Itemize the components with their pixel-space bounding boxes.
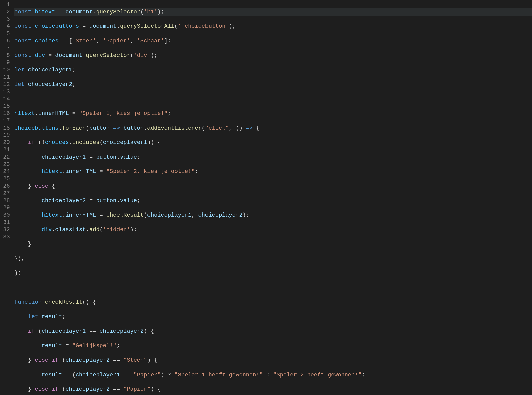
line-number: 29 [3,204,10,211]
line-number: 2 [3,8,10,16]
line-number: 15 [3,103,10,110]
line-number: 4 [3,23,10,30]
line-number: 8 [3,52,10,59]
code-line[interactable]: h1text.innerHTML = checkResult(choicepla… [14,211,532,219]
code-line[interactable]: choicebuttons.forEach(button => button.a… [14,125,532,132]
line-number: 7 [3,45,10,52]
line-number: 3 [3,16,10,23]
code-line[interactable]: function checkResult() { [14,299,532,306]
code-line[interactable]: let result; [14,313,532,320]
code-line[interactable]: const div = document.querySelector('div'… [14,52,532,59]
code-line[interactable]: choiceplayer2 = button.value; [14,197,532,204]
code-editor-content[interactable]: const h1text = document.querySelector('h… [14,0,532,395]
code-line[interactable]: } else if (choiceplayer2 == "Steen") { [14,357,532,364]
code-line[interactable]: }), [14,255,532,262]
code-line[interactable]: } else { [14,183,532,190]
line-number: 21 [3,146,10,154]
line-number: 22 [3,154,10,161]
code-line[interactable]: ); [14,269,532,277]
code-line[interactable]: if (!choices.includes(choiceplayer1)) { [14,139,532,146]
code-line[interactable]: } else if (choiceplayer2 == "Papier") { [14,386,532,393]
line-number: 25 [3,175,10,183]
line-number: 10 [3,66,10,74]
line-number: 18 [3,125,10,132]
code-line[interactable] [14,95,532,103]
code-line[interactable]: choiceplayer1 = button.value; [14,154,532,161]
line-number: 19 [3,132,10,139]
line-number: 30 [3,211,10,219]
line-number: 5 [3,30,10,37]
code-line[interactable] [14,284,532,291]
line-number: 13 [3,88,10,96]
line-number: 24 [3,168,10,175]
code-line[interactable]: result = (choiceplayer1 == "Papier") ? "… [14,371,532,379]
line-number: 14 [3,95,10,103]
code-line[interactable]: const h1text = document.querySelector('h… [14,8,532,16]
code-line[interactable]: h1text.innerHTML = "Speler 1, kies je op… [14,110,532,117]
line-number: 12 [3,81,10,88]
code-line[interactable]: let choiceplayer2; [14,81,532,88]
line-number: 28 [3,197,10,204]
line-number: 26 [3,183,10,190]
line-number: 32 [3,226,10,233]
code-line[interactable]: } [14,240,532,248]
line-number: 1 [3,1,10,8]
line-number: 23 [3,161,10,168]
code-line[interactable]: if (choiceplayer1 == choiceplayer2) { [14,328,532,335]
code-line[interactable]: h1text.innerHTML = "Speler 2, kies je op… [14,168,532,175]
line-number: 11 [3,74,10,81]
code-line[interactable]: div.classList.add('hidden'); [14,226,532,233]
code-line[interactable]: result = "Gelijkspel!"; [14,342,532,349]
line-number: 27 [3,190,10,197]
line-number: 31 [3,219,10,226]
line-number: 16 [3,110,10,117]
line-number: 20 [3,139,10,146]
code-line[interactable]: const choicebuttons = document.querySele… [14,23,532,30]
line-number: 33 [3,233,10,241]
code-line[interactable]: const choices = ['Steen', 'Papier', 'Sch… [14,37,532,45]
line-number: 6 [3,37,10,45]
line-number-gutter: 1234567891011121314151617181920212223242… [0,0,14,395]
code-line[interactable]: let choiceplayer1; [14,66,532,74]
line-number: 17 [3,117,10,125]
line-number: 9 [3,59,10,66]
